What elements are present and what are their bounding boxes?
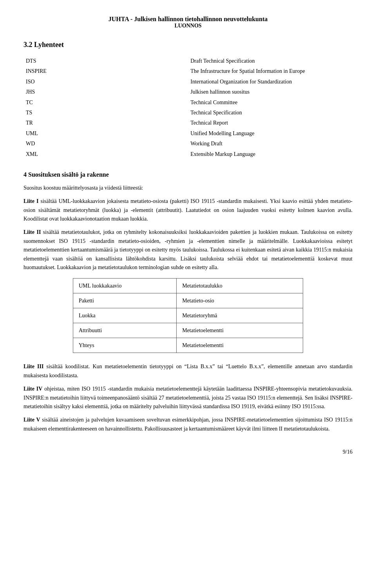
mapping-right: Metatietoelementti [177, 338, 303, 353]
mapping-row: Paketti Metatieto-osio [73, 293, 303, 308]
mapping-row: Attribuutti Metatietoelementti [73, 323, 303, 338]
abbrev-code: UML [24, 128, 188, 139]
abbrev-definition: Working Draft [188, 139, 352, 149]
abbrev-code: TS [24, 108, 188, 118]
liite3-label: Liite III [24, 364, 43, 369]
abbrev-row: UML Unified Modelling Language [24, 128, 352, 139]
liite5-text: sisältää aineistojen ja palvelujen kuvaa… [24, 417, 352, 431]
liite2-label: Liite II [24, 229, 41, 235]
abbrev-row: TC Technical Committee [24, 98, 352, 108]
section-4-title: 4 Suosituksen sisältö ja rakenne [24, 171, 352, 178]
abbrev-row: WD Working Draft [24, 139, 352, 149]
abbrev-row: XML Extensible Markup Language [24, 149, 352, 159]
abbrev-code: WD [24, 139, 188, 149]
abbrev-row: TR Technical Report [24, 118, 352, 128]
abbrev-definition: Draft Technical Specification [188, 56, 352, 66]
section-32-title: 3.2 Lyhenteet [24, 41, 352, 49]
mapping-row: Luokka Metatietoryhmä [73, 308, 303, 323]
liite5-para: Liite V sisältää aineistojen ja palveluj… [24, 416, 352, 433]
section-4: 4 Suosituksen sisältö ja rakenne Suositu… [24, 171, 352, 433]
mapping-table: UML luokkakaavio Metatietotaulukko Paket… [73, 278, 303, 353]
section-4-intro: Suositus koostuu määrittelyosasta ja vii… [24, 184, 352, 192]
liite4-label: Liite IV [24, 386, 42, 392]
abbrev-row: INSPIRE The Infrastructure for Spatial I… [24, 66, 352, 76]
para2-text: sisältää metatietotaulukot, jotka on ryh… [24, 229, 352, 270]
mapping-left: Paketti [73, 293, 177, 308]
liite4-para: Liite IV ohjeistaa, miten ISO 19115 -sta… [24, 385, 352, 411]
page-number: 9/16 [343, 449, 352, 455]
abbreviations-table: DTS Draft Technical Specification INSPIR… [24, 56, 352, 159]
abbrev-code: TC [24, 98, 188, 108]
para2: Liite II sisältää metatietotaulukot, jot… [24, 228, 352, 272]
mapping-left: Attribuutti [73, 323, 177, 338]
abbrev-definition: International Organization for Standardi… [188, 77, 352, 87]
mapping-left: UML luokkakaavio [73, 279, 177, 293]
liite1-label: Liite I [24, 198, 38, 204]
mapping-left: Luokka [73, 308, 177, 323]
liite5-label: Liite V [24, 417, 40, 423]
main-title: JUHTA - Julkisen hallinnon tietohallinno… [24, 16, 352, 23]
page-footer: 9/16 [24, 449, 352, 455]
abbrev-row: DTS Draft Technical Specification [24, 56, 352, 66]
abbrev-code: DTS [24, 56, 188, 66]
abbrev-code: ISO [24, 77, 188, 87]
liite4-text: ohjeistaa, miten ISO 19115 -standardin m… [24, 386, 352, 409]
mapping-right: Metatietoryhmä [177, 308, 303, 323]
mapping-left: Yhteys [73, 338, 177, 353]
abbrev-code: TR [24, 118, 188, 128]
mapping-row: UML luokkakaavio Metatietotaulukko [73, 279, 303, 293]
abbrev-row: TS Technical Specification [24, 108, 352, 118]
section-32: 3.2 Lyhenteet DTS Draft Technical Specif… [24, 41, 352, 159]
page-header: JUHTA - Julkisen hallinnon tietohallinno… [24, 16, 352, 29]
subtitle: LUONNOS [24, 23, 352, 29]
liite1-para: Liite I sisältää UML-luokkakaavion jokai… [24, 197, 352, 223]
abbrev-definition: Technical Committee [188, 98, 352, 108]
abbrev-code: XML [24, 149, 188, 159]
liite3-text: sisältää koodilistat. Kun metatietoeleme… [24, 364, 352, 378]
abbrev-definition: Julkisen hallinnon suositus [188, 87, 352, 97]
abbrev-code: JHS [24, 87, 188, 97]
mapping-right: Metatieto-osio [177, 293, 303, 308]
abbrev-definition: The Infrastructure for Spatial Informati… [188, 66, 352, 76]
abbrev-definition: Technical Report [188, 118, 352, 128]
abbrev-definition: Technical Specification [188, 108, 352, 118]
abbrev-row: ISO International Organization for Stand… [24, 77, 352, 87]
liite3-para: Liite III sisältää koodilistat. Kun meta… [24, 362, 352, 380]
abbrev-definition: Extensible Markup Language [188, 149, 352, 159]
mapping-right: Metatietoelementti [177, 323, 303, 338]
abbrev-definition: Unified Modelling Language [188, 128, 352, 139]
mapping-row: Yhteys Metatietoelementti [73, 338, 303, 353]
abbrev-row: JHS Julkisen hallinnon suositus [24, 87, 352, 97]
mapping-right: Metatietotaulukko [177, 279, 303, 293]
abbrev-code: INSPIRE [24, 66, 188, 76]
liite1-text: sisältää UML-luokkakaavion jokaisesta me… [24, 198, 352, 222]
